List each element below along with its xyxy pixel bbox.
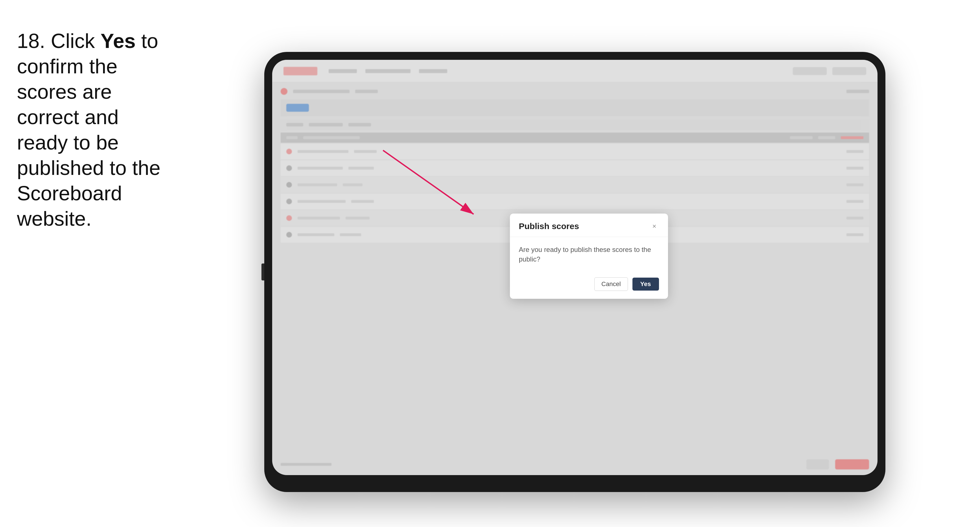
- dialog-title: Publish scores: [519, 221, 579, 231]
- dialog-body: Are you ready to publish these scores to…: [510, 237, 668, 272]
- tablet-device: Publish scores × Are you ready to publis…: [264, 52, 885, 492]
- tablet-screen: Publish scores × Are you ready to publis…: [272, 60, 878, 475]
- dialog-overlay: Publish scores × Are you ready to publis…: [272, 60, 878, 475]
- dialog-message: Are you ready to publish these scores to…: [519, 245, 659, 264]
- tablet-wrapper: Publish scores × Are you ready to publis…: [175, 17, 980, 527]
- instruction-text: 18. Click Yes to confirm the scores are …: [17, 17, 175, 527]
- yes-button[interactable]: Yes: [632, 278, 659, 290]
- cancel-button[interactable]: Cancel: [594, 277, 628, 291]
- close-icon[interactable]: ×: [650, 222, 659, 231]
- publish-scores-dialog: Publish scores × Are you ready to publis…: [510, 214, 668, 299]
- dialog-footer: Cancel Yes: [510, 272, 668, 299]
- dialog-header: Publish scores ×: [510, 214, 668, 237]
- yes-keyword: Yes: [100, 30, 135, 52]
- step-number: 18. Click: [17, 30, 100, 52]
- instruction-body: to confirm the scores are correct and re…: [17, 30, 161, 230]
